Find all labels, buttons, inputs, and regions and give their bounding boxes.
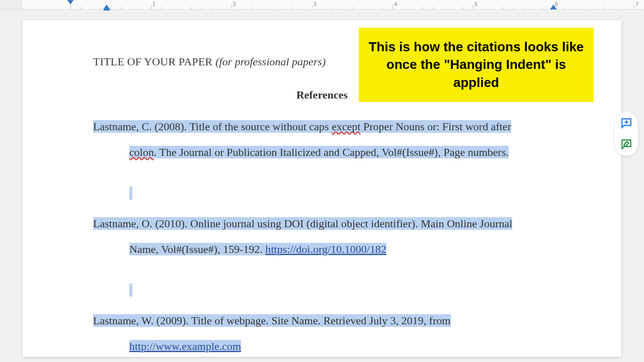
ruler-number: 7 — [635, 1, 638, 7]
horizontal-ruler[interactable]: 1234567 — [0, 0, 644, 10]
selection-stub — [129, 187, 132, 200]
ruler-number: 4 — [394, 1, 397, 7]
ruler-number: 5 — [474, 1, 477, 7]
ruler-number: 1 — [152, 1, 155, 7]
title-plain: TITLE OF YOUR PAPER — [93, 55, 215, 68]
first-line-indent-marker[interactable] — [67, 0, 74, 5]
ruler-number: 2 — [233, 1, 236, 7]
citation[interactable]: Lastname, W. (2009). Title of webpage. S… — [93, 308, 551, 359]
citation[interactable]: Lastname, C. (2008). Title of the source… — [93, 114, 551, 165]
suggest-edits-icon — [620, 138, 633, 151]
add-comment-button[interactable] — [619, 116, 634, 131]
spelling-error[interactable]: colon — [129, 146, 154, 158]
url-link[interactable]: http://www.example.com — [129, 340, 241, 352]
left-indent-marker[interactable] — [104, 9, 110, 11]
citation[interactable]: Lastname, O. (2010). Online journal usin… — [93, 211, 551, 262]
side-toolbar — [615, 112, 638, 156]
suggest-edits-button[interactable] — [619, 137, 634, 152]
annotation-callout: This is how the citations looks like onc… — [359, 28, 594, 102]
title-italic: (for professional papers) — [215, 55, 326, 68]
right-indent-marker[interactable] — [550, 5, 557, 10]
doi-link[interactable]: https://doi.org/10.1000/182 — [266, 243, 386, 255]
annotation-text: This is how the citations looks like onc… — [366, 38, 587, 91]
add-comment-icon — [620, 117, 633, 130]
selection-stub — [129, 284, 132, 297]
spelling-error[interactable]: except — [332, 120, 360, 133]
ruler-number: 3 — [313, 1, 316, 7]
